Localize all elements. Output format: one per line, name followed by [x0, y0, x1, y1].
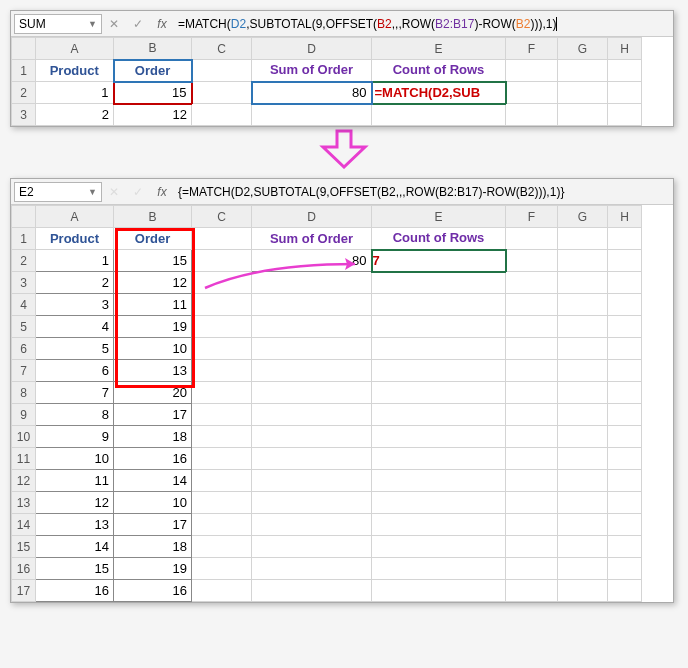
- cell-H16[interactable]: [608, 558, 642, 580]
- cell-F7[interactable]: [506, 360, 558, 382]
- cell-A3[interactable]: 2: [36, 272, 114, 294]
- col-header-E[interactable]: E: [372, 206, 506, 228]
- cell-F6[interactable]: [506, 338, 558, 360]
- cell-C12[interactable]: [192, 470, 252, 492]
- cell-C16[interactable]: [192, 558, 252, 580]
- row-header-10[interactable]: 10: [12, 426, 36, 448]
- cell-D2[interactable]: 80: [252, 82, 372, 104]
- cell-F3[interactable]: [506, 272, 558, 294]
- chevron-down-icon[interactable]: ▼: [88, 187, 97, 197]
- cell-E15[interactable]: [372, 536, 506, 558]
- cell-A3[interactable]: 2: [36, 104, 114, 126]
- cell-C9[interactable]: [192, 404, 252, 426]
- cell-C3[interactable]: [192, 272, 252, 294]
- cell-E5[interactable]: [372, 316, 506, 338]
- cell-B10[interactable]: 18: [114, 426, 192, 448]
- cell-D6[interactable]: [252, 338, 372, 360]
- cell-A17[interactable]: 16: [36, 580, 114, 602]
- cell-F12[interactable]: [506, 470, 558, 492]
- cell-F1[interactable]: [506, 60, 558, 82]
- cell-G17[interactable]: [558, 580, 608, 602]
- cell-E13[interactable]: [372, 492, 506, 514]
- cell-A16[interactable]: 15: [36, 558, 114, 580]
- cell-F10[interactable]: [506, 426, 558, 448]
- cell-A5[interactable]: 4: [36, 316, 114, 338]
- col-header-F[interactable]: F: [506, 206, 558, 228]
- cell-H3[interactable]: [608, 104, 642, 126]
- cell-G9[interactable]: [558, 404, 608, 426]
- cell-A9[interactable]: 8: [36, 404, 114, 426]
- cell-G1[interactable]: [558, 228, 608, 250]
- name-box-top[interactable]: SUM ▼: [14, 14, 102, 34]
- cell-C2[interactable]: [192, 250, 252, 272]
- cell-A11[interactable]: 10: [36, 448, 114, 470]
- cell-H2[interactable]: [608, 250, 642, 272]
- row-header-4[interactable]: 4: [12, 294, 36, 316]
- cell-F1[interactable]: [506, 228, 558, 250]
- cell-H1[interactable]: [608, 60, 642, 82]
- cell-C7[interactable]: [192, 360, 252, 382]
- cell-H3[interactable]: [608, 272, 642, 294]
- fx-icon[interactable]: fx: [150, 17, 174, 31]
- name-box-bottom[interactable]: E2 ▼: [14, 182, 102, 202]
- chevron-down-icon[interactable]: ▼: [88, 19, 97, 29]
- cell-B16[interactable]: 19: [114, 558, 192, 580]
- row-header-3[interactable]: 3: [12, 272, 36, 294]
- cell-B7[interactable]: 13: [114, 360, 192, 382]
- cell-C5[interactable]: [192, 316, 252, 338]
- cell-B9[interactable]: 17: [114, 404, 192, 426]
- cell-G5[interactable]: [558, 316, 608, 338]
- row-header-1[interactable]: 1: [12, 60, 36, 82]
- row-header-12[interactable]: 12: [12, 470, 36, 492]
- cell-A6[interactable]: 5: [36, 338, 114, 360]
- cell-A2[interactable]: 1: [36, 82, 114, 104]
- row-header-1[interactable]: 1: [12, 228, 36, 250]
- row-header-2[interactable]: 2: [12, 250, 36, 272]
- cell-C4[interactable]: [192, 294, 252, 316]
- cell-C1[interactable]: [192, 60, 252, 82]
- select-all-corner[interactable]: [12, 206, 36, 228]
- cell-C8[interactable]: [192, 382, 252, 404]
- cell-A13[interactable]: 12: [36, 492, 114, 514]
- cell-D5[interactable]: [252, 316, 372, 338]
- formula-input-bottom[interactable]: {=MATCH(D2,SUBTOTAL(9,OFFSET(B2,,,ROW(B2…: [174, 185, 673, 199]
- row-header-13[interactable]: 13: [12, 492, 36, 514]
- cell-A2[interactable]: 1: [36, 250, 114, 272]
- cell-E14[interactable]: [372, 514, 506, 536]
- cell-D12[interactable]: [252, 470, 372, 492]
- cell-D1[interactable]: Sum of Order: [252, 60, 372, 82]
- cell-E2[interactable]: 7: [372, 250, 506, 272]
- cell-F8[interactable]: [506, 382, 558, 404]
- cell-D10[interactable]: [252, 426, 372, 448]
- cell-G7[interactable]: [558, 360, 608, 382]
- cell-H4[interactable]: [608, 294, 642, 316]
- cell-F2[interactable]: [506, 82, 558, 104]
- cell-E2[interactable]: =MATCH(D2,SUB: [372, 82, 506, 104]
- cell-D1[interactable]: Sum of Order: [252, 228, 372, 250]
- cell-A12[interactable]: 11: [36, 470, 114, 492]
- col-header-F[interactable]: F: [506, 38, 558, 60]
- cell-F9[interactable]: [506, 404, 558, 426]
- cancel-formula-icon[interactable]: ✕: [102, 17, 126, 31]
- cell-G15[interactable]: [558, 536, 608, 558]
- grid-top[interactable]: A B C D E F G H 1 Product Order Sum of O…: [11, 37, 642, 126]
- col-header-G[interactable]: G: [558, 206, 608, 228]
- cell-H7[interactable]: [608, 360, 642, 382]
- cell-G2[interactable]: [558, 82, 608, 104]
- cell-A7[interactable]: 6: [36, 360, 114, 382]
- cell-B11[interactable]: 16: [114, 448, 192, 470]
- row-header-17[interactable]: 17: [12, 580, 36, 602]
- cell-E3[interactable]: [372, 104, 506, 126]
- row-header-11[interactable]: 11: [12, 448, 36, 470]
- cell-E10[interactable]: [372, 426, 506, 448]
- cell-B3[interactable]: 12: [114, 104, 192, 126]
- cell-G12[interactable]: [558, 470, 608, 492]
- cell-A10[interactable]: 9: [36, 426, 114, 448]
- row-header-3[interactable]: 3: [12, 104, 36, 126]
- row-header-6[interactable]: 6: [12, 338, 36, 360]
- cell-B1[interactable]: Order: [114, 60, 192, 82]
- cell-C3[interactable]: [192, 104, 252, 126]
- cell-C15[interactable]: [192, 536, 252, 558]
- cell-E11[interactable]: [372, 448, 506, 470]
- col-header-D[interactable]: D: [252, 38, 372, 60]
